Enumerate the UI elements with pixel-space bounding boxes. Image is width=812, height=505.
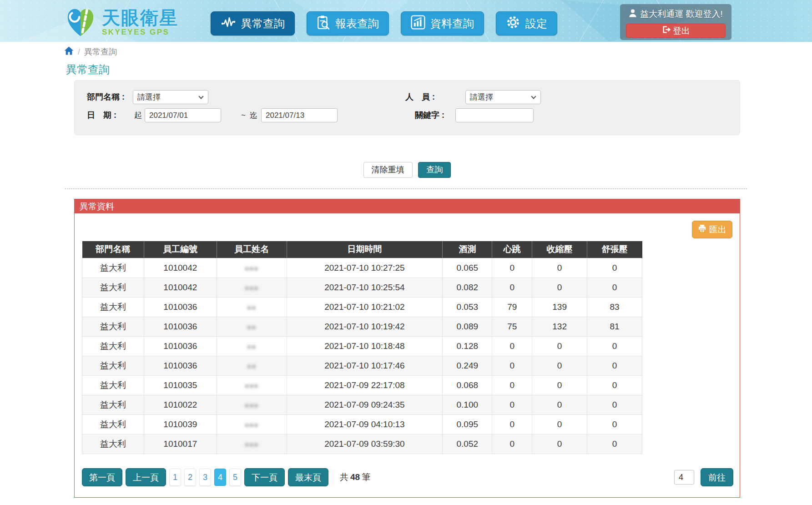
masked-name: ●● bbox=[247, 343, 256, 350]
nav-anomaly-query[interactable]: 異常查詢 bbox=[211, 11, 295, 35]
cell-emp-name: ●●● bbox=[217, 434, 287, 454]
gear-icon bbox=[506, 15, 520, 32]
logout-button[interactable]: 登出 bbox=[626, 24, 726, 38]
col-diastolic: 舒張壓 bbox=[587, 241, 642, 258]
cell-emp-id: 1010017 bbox=[144, 434, 217, 454]
person-select-value: 請選擇 bbox=[470, 93, 493, 101]
col-dept: 部門名稱 bbox=[82, 241, 144, 258]
last-page-button[interactable]: 最末頁 bbox=[288, 468, 328, 486]
nav-label: 異常查詢 bbox=[241, 16, 285, 31]
cell-systolic: 0 bbox=[532, 375, 587, 395]
table-header-row: 部門名稱 員工編號 員工姓名 日期時間 酒測 心跳 收縮壓 舒張壓 bbox=[82, 241, 642, 258]
cell-alcohol: 0.249 bbox=[443, 356, 492, 375]
cell-diastolic: 0 bbox=[587, 258, 642, 278]
cell-emp-name: ●●● bbox=[217, 278, 287, 297]
breadcrumb: / 異常查詢 bbox=[64, 46, 117, 57]
cell-datetime: 2021-07-09 09:24:35 bbox=[287, 395, 443, 414]
cell-heartbeat: 0 bbox=[492, 356, 532, 375]
col-alcohol: 酒測 bbox=[443, 241, 492, 258]
table-row: 益大利 1010042 ●●● 2021-07-10 10:25:54 0.08… bbox=[82, 278, 642, 297]
anomaly-data-panel: 異常資料 匯出 部門名稱 員工編號 員工姓名 日期時間 酒測 心 bbox=[74, 199, 740, 498]
cell-emp-name: ●●● bbox=[217, 258, 287, 278]
masked-name: ●●● bbox=[245, 401, 258, 409]
goto-page-input[interactable] bbox=[674, 470, 694, 485]
user-panel: 益大利通運 歡迎登入! 登出 bbox=[620, 4, 731, 40]
masked-name: ●●● bbox=[245, 440, 258, 448]
cell-emp-name: ●●● bbox=[217, 375, 287, 395]
masked-name: ●● bbox=[247, 323, 256, 331]
cell-alcohol: 0.128 bbox=[443, 336, 492, 356]
col-emp-id: 員工編號 bbox=[144, 241, 217, 258]
pulse-icon bbox=[221, 16, 236, 31]
chart-search-icon bbox=[411, 15, 425, 32]
page-button-1[interactable]: 1 bbox=[169, 469, 181, 486]
cell-datetime: 2021-07-10 10:18:48 bbox=[287, 336, 443, 356]
logout-label: 登出 bbox=[673, 25, 690, 37]
nav-report-query[interactable]: 報表查詢 bbox=[307, 11, 389, 35]
table-row: 益大利 1010042 ●●● 2021-07-10 10:27:25 0.06… bbox=[82, 258, 642, 278]
cell-dept: 益大利 bbox=[82, 297, 144, 317]
cell-dept: 益大利 bbox=[82, 375, 144, 395]
cell-datetime: 2021-07-10 10:17:46 bbox=[287, 356, 443, 375]
prev-page-button[interactable]: 上一頁 bbox=[126, 468, 166, 486]
cell-dept: 益大利 bbox=[82, 356, 144, 375]
table-row: 益大利 1010036 ●● 2021-07-10 10:18:48 0.128… bbox=[82, 336, 642, 356]
cell-emp-name: ●●● bbox=[217, 414, 287, 434]
search-button[interactable]: 查詢 bbox=[418, 162, 451, 178]
cell-datetime: 2021-07-10 10:19:42 bbox=[287, 317, 443, 336]
nav-label: 報表查詢 bbox=[335, 16, 379, 31]
filter-actions: 清除重填 查詢 bbox=[74, 162, 740, 178]
home-icon[interactable] bbox=[64, 46, 74, 57]
export-button[interactable]: 匯出 bbox=[692, 221, 732, 238]
app-header: 天眼衛星 SKYEYES GPS 異常查詢 bbox=[0, 0, 812, 42]
date-from-input[interactable] bbox=[145, 108, 221, 122]
breadcrumb-separator: / bbox=[78, 47, 80, 57]
masked-name: ●●● bbox=[245, 382, 258, 389]
cell-diastolic: 0 bbox=[587, 356, 642, 375]
cell-alcohol: 0.089 bbox=[443, 317, 492, 336]
masked-name: ●●● bbox=[245, 284, 258, 292]
person-select[interactable]: 請選擇 bbox=[465, 90, 541, 104]
pagination: 第一頁 上一頁 1 2 3 4 5 下一頁 最末頁 共48筆 前往 bbox=[82, 468, 733, 486]
cell-heartbeat: 0 bbox=[492, 258, 532, 278]
nav-label: 資料查詢 bbox=[430, 16, 474, 31]
date-to-input[interactable] bbox=[261, 108, 338, 122]
cell-emp-name: ●● bbox=[217, 297, 287, 317]
cell-emp-name: ●● bbox=[217, 356, 287, 375]
date-to-prefix: 迄 bbox=[250, 108, 257, 122]
brand-title: 天眼衛星 bbox=[102, 8, 178, 28]
cell-datetime: 2021-07-09 22:17:08 bbox=[287, 375, 443, 395]
total-count: 共48筆 bbox=[340, 471, 370, 483]
user-icon bbox=[629, 9, 637, 20]
cell-emp-id: 1010036 bbox=[144, 356, 217, 375]
cell-diastolic: 83 bbox=[587, 297, 642, 317]
breadcrumb-current: 異常查詢 bbox=[84, 46, 117, 57]
keyword-label: 關鍵字 : bbox=[415, 108, 444, 122]
filter-panel: 部門名稱 : 請選擇 人 員 : 請選擇 日 期 : 起 ~ 迄 關鍵字 : bbox=[74, 80, 740, 135]
panel-title: 異常資料 bbox=[75, 199, 740, 213]
goto-button[interactable]: 前往 bbox=[701, 468, 733, 486]
brand-pin-icon bbox=[63, 4, 98, 41]
date-range-separator: ~ bbox=[241, 108, 246, 122]
date-from-prefix: 起 bbox=[134, 108, 142, 122]
keyword-input[interactable] bbox=[455, 108, 534, 122]
reset-button[interactable]: 清除重填 bbox=[363, 162, 413, 178]
nav-data-query[interactable]: 資料查詢 bbox=[401, 11, 484, 35]
dept-select[interactable]: 請選擇 bbox=[133, 90, 208, 104]
cell-emp-name: ●●● bbox=[217, 395, 287, 414]
masked-name: ●●● bbox=[245, 264, 258, 272]
page-button-4-active[interactable]: 4 bbox=[214, 469, 226, 486]
next-page-button[interactable]: 下一頁 bbox=[244, 468, 285, 486]
page-button-5[interactable]: 5 bbox=[229, 469, 241, 486]
cell-systolic: 0 bbox=[532, 278, 587, 297]
total-count-number: 48 bbox=[350, 472, 360, 482]
cell-heartbeat: 0 bbox=[492, 375, 532, 395]
export-label: 匯出 bbox=[709, 224, 726, 236]
table-row: 益大利 1010036 ●● 2021-07-10 10:17:46 0.249… bbox=[82, 356, 642, 375]
page-button-3[interactable]: 3 bbox=[199, 469, 211, 486]
cell-diastolic: 0 bbox=[587, 336, 642, 356]
page-button-2[interactable]: 2 bbox=[184, 469, 196, 486]
first-page-button[interactable]: 第一頁 bbox=[82, 468, 122, 486]
report-search-icon bbox=[317, 15, 330, 32]
nav-settings[interactable]: 設定 bbox=[496, 11, 557, 35]
